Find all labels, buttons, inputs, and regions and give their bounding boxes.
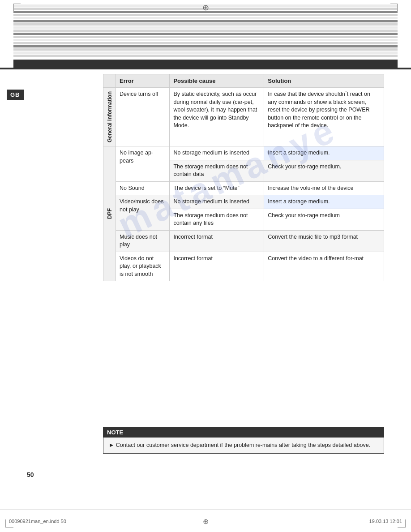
header-line xyxy=(13,58,398,58)
cause-no-data: The storage medium does not contain data xyxy=(170,160,264,181)
header-line xyxy=(13,42,398,44)
footer-left-text: 00090921man_en.indd 50 xyxy=(9,519,66,524)
table-row: Videos do not play, or playback is not s… xyxy=(103,252,384,281)
note-body: ► Contact our customer service departmen… xyxy=(103,438,384,453)
header-black-bar xyxy=(13,60,398,68)
header-line xyxy=(13,36,398,38)
note-section: NOTE ► Contact our customer service depa… xyxy=(103,427,384,454)
corner-mark-top-left xyxy=(13,4,21,11)
header-line xyxy=(13,14,398,16)
error-videos-not-play: Videos do not play, or playback is not s… xyxy=(116,252,170,281)
header-line xyxy=(13,39,398,41)
cause-no-files: The storage medium does not contain any … xyxy=(170,209,264,230)
error-no-sound: No Sound xyxy=(116,181,170,195)
header-line xyxy=(13,33,398,35)
table-row: Video/music does not play No storage med… xyxy=(103,195,384,209)
header-line xyxy=(13,51,398,54)
solution-insert-medium-2: Insert a storage medium. xyxy=(264,195,384,209)
header-line xyxy=(13,55,398,57)
page-number: 50 xyxy=(27,471,34,478)
cause-incorrect-format-music: Incorrect format xyxy=(170,230,264,252)
solution-increase-volume: Increase the volu-me of the device xyxy=(264,181,384,195)
col-solution-header: Solution xyxy=(264,74,384,88)
header-line xyxy=(13,48,398,51)
table-row: No Sound The device is set to “Mute” Inc… xyxy=(103,181,384,195)
error-no-image: No image ap-pears xyxy=(116,146,170,182)
crosshair-top: ⊕ xyxy=(202,3,209,13)
error-device-turns-off: Device turns off xyxy=(116,88,170,146)
footer-right-text: 19.03.13 12:01 xyxy=(369,519,402,524)
col-category-header xyxy=(103,74,116,88)
solution-convert-music: Convert the music file to mp3 format xyxy=(264,230,384,252)
col-error-header: Error xyxy=(116,74,170,88)
header-line xyxy=(13,26,398,29)
header-line xyxy=(13,20,398,22)
gb-label: GB xyxy=(7,90,24,100)
crosshair-bottom: ⊕ xyxy=(203,517,209,526)
category-general: General information xyxy=(103,88,116,146)
table-header-row: Error Possible cause Solution xyxy=(103,74,384,88)
category-dpf: DPF xyxy=(103,146,116,281)
solution-convert-video: Convert the video to a different for-mat xyxy=(264,252,384,281)
table-row: DPF No image ap-pears No storage medium … xyxy=(103,146,384,160)
error-music-not-play: Music does not play xyxy=(116,230,170,252)
cause-no-medium: No storage medium is inserted xyxy=(170,146,264,160)
header-lines xyxy=(13,4,398,58)
footer: 00090921man_en.indd 50 ⊕ 19.03.13 12:01 xyxy=(0,510,411,532)
cause-no-medium-2: No storage medium is inserted xyxy=(170,195,264,209)
solution-check-medium-1: Check your sto-rage medium. xyxy=(264,160,384,181)
table-container: Error Possible cause Solution General in… xyxy=(103,74,384,442)
header-line xyxy=(13,17,398,19)
header-line xyxy=(13,30,398,32)
note-title: NOTE xyxy=(103,427,384,438)
solution-insert-medium-1: Insert a storage medium. xyxy=(264,146,384,160)
corner-mark-bottom-right xyxy=(398,519,406,528)
corner-mark-top-right xyxy=(390,4,398,11)
troubleshoot-table: Error Possible cause Solution General in… xyxy=(103,74,384,281)
table-row: Music does not play Incorrect format Con… xyxy=(103,230,384,252)
solution-check-medium-2: Check your sto-rage medium xyxy=(264,209,384,230)
cause-mute: The device is set to “Mute” xyxy=(170,181,264,195)
header-line xyxy=(13,23,398,26)
cause-incorrect-format-video: Incorrect format xyxy=(170,252,264,281)
corner-mark-bottom-left xyxy=(5,519,13,528)
solution-reset-device: In case that the device shouldn´t react … xyxy=(264,88,384,146)
error-video-music: Video/music does not play xyxy=(116,195,170,231)
header-area: ⊕ xyxy=(0,0,411,69)
table-row: General information Device turns off By … xyxy=(103,88,384,146)
col-cause-header: Possible cause xyxy=(170,74,264,88)
cause-static-electricity: By static electricity, such as occur dur… xyxy=(170,88,264,146)
header-line xyxy=(13,45,398,47)
